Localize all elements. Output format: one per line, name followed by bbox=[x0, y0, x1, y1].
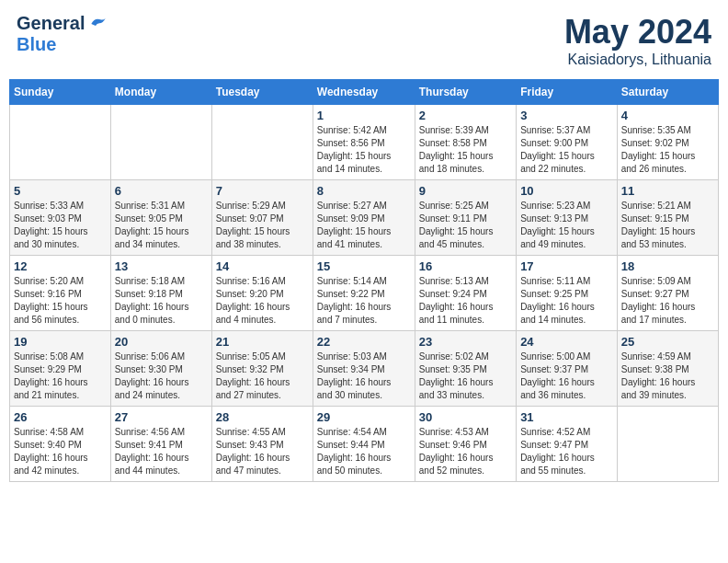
day-number: 16 bbox=[419, 259, 512, 273]
calendar-header-row: SundayMondayTuesdayWednesdayThursdayFrid… bbox=[10, 80, 719, 105]
day-info: Sunrise: 5:14 AM Sunset: 9:22 PM Dayligh… bbox=[317, 275, 411, 327]
calendar-cell bbox=[10, 105, 111, 180]
day-number: 11 bbox=[621, 184, 714, 198]
calendar-cell: 5Sunrise: 5:33 AM Sunset: 9:03 PM Daylig… bbox=[10, 180, 111, 256]
calendar-cell: 18Sunrise: 5:09 AM Sunset: 9:27 PM Dayli… bbox=[617, 256, 718, 331]
day-number: 2 bbox=[419, 109, 512, 122]
calendar-cell: 31Sunrise: 4:52 AM Sunset: 9:47 PM Dayli… bbox=[517, 407, 618, 482]
calendar-cell: 14Sunrise: 5:16 AM Sunset: 9:20 PM Dayli… bbox=[211, 256, 313, 331]
calendar-cell: 23Sunrise: 5:02 AM Sunset: 9:35 PM Dayli… bbox=[415, 331, 516, 407]
day-number: 14 bbox=[216, 259, 309, 273]
calendar-week-row: 19Sunrise: 5:08 AM Sunset: 9:29 PM Dayli… bbox=[10, 331, 719, 407]
day-info: Sunrise: 5:21 AM Sunset: 9:15 PM Dayligh… bbox=[621, 200, 714, 251]
day-number: 25 bbox=[621, 335, 714, 349]
logo-general: General bbox=[17, 13, 85, 34]
day-number: 21 bbox=[216, 335, 309, 349]
calendar-cell: 26Sunrise: 4:58 AM Sunset: 9:40 PM Dayli… bbox=[10, 407, 111, 482]
day-number: 17 bbox=[520, 259, 613, 273]
day-number: 4 bbox=[621, 109, 714, 122]
calendar-cell: 3Sunrise: 5:37 AM Sunset: 9:00 PM Daylig… bbox=[517, 105, 618, 180]
day-info: Sunrise: 5:25 AM Sunset: 9:11 PM Dayligh… bbox=[419, 200, 512, 251]
day-header-thursday: Thursday bbox=[415, 80, 516, 105]
day-number: 6 bbox=[115, 184, 208, 198]
day-number: 1 bbox=[317, 109, 411, 122]
calendar-cell: 10Sunrise: 5:23 AM Sunset: 9:13 PM Dayli… bbox=[517, 180, 618, 256]
calendar-cell: 13Sunrise: 5:18 AM Sunset: 9:18 PM Dayli… bbox=[110, 256, 211, 331]
calendar-cell: 22Sunrise: 5:03 AM Sunset: 9:34 PM Dayli… bbox=[313, 331, 415, 407]
day-info: Sunrise: 5:18 AM Sunset: 9:18 PM Dayligh… bbox=[115, 275, 208, 327]
calendar-cell: 12Sunrise: 5:20 AM Sunset: 9:16 PM Dayli… bbox=[10, 256, 111, 331]
calendar-cell: 29Sunrise: 4:54 AM Sunset: 9:44 PM Dayli… bbox=[313, 407, 415, 482]
day-number: 20 bbox=[115, 335, 208, 349]
day-info: Sunrise: 4:53 AM Sunset: 9:46 PM Dayligh… bbox=[419, 426, 512, 477]
day-number: 31 bbox=[520, 410, 613, 424]
calendar-cell: 1Sunrise: 5:42 AM Sunset: 8:56 PM Daylig… bbox=[313, 105, 415, 180]
calendar-cell: 7Sunrise: 5:29 AM Sunset: 9:07 PM Daylig… bbox=[211, 180, 313, 256]
day-info: Sunrise: 4:56 AM Sunset: 9:41 PM Dayligh… bbox=[115, 426, 208, 477]
logo-bird-icon bbox=[88, 15, 107, 33]
calendar-week-row: 26Sunrise: 4:58 AM Sunset: 9:40 PM Dayli… bbox=[10, 407, 719, 482]
day-info: Sunrise: 5:11 AM Sunset: 9:25 PM Dayligh… bbox=[520, 275, 613, 327]
day-info: Sunrise: 5:13 AM Sunset: 9:24 PM Dayligh… bbox=[419, 275, 512, 327]
day-info: Sunrise: 5:20 AM Sunset: 9:16 PM Dayligh… bbox=[14, 275, 107, 327]
day-header-monday: Monday bbox=[110, 80, 211, 105]
day-number: 23 bbox=[419, 335, 512, 349]
day-info: Sunrise: 5:42 AM Sunset: 8:56 PM Dayligh… bbox=[317, 124, 411, 176]
day-number: 13 bbox=[115, 259, 208, 273]
day-info: Sunrise: 5:39 AM Sunset: 8:58 PM Dayligh… bbox=[419, 124, 512, 176]
calendar-cell: 9Sunrise: 5:25 AM Sunset: 9:11 PM Daylig… bbox=[415, 180, 516, 256]
day-number: 24 bbox=[520, 335, 613, 349]
calendar-cell: 2Sunrise: 5:39 AM Sunset: 8:58 PM Daylig… bbox=[415, 105, 516, 180]
calendar-cell: 21Sunrise: 5:05 AM Sunset: 9:32 PM Dayli… bbox=[211, 331, 313, 407]
day-number: 22 bbox=[317, 335, 411, 349]
day-info: Sunrise: 5:08 AM Sunset: 9:29 PM Dayligh… bbox=[14, 350, 107, 402]
day-number: 5 bbox=[14, 184, 107, 198]
calendar-cell bbox=[211, 105, 313, 180]
calendar-cell bbox=[110, 105, 211, 180]
day-header-saturday: Saturday bbox=[617, 80, 718, 105]
day-header-tuesday: Tuesday bbox=[211, 80, 313, 105]
calendar-cell: 20Sunrise: 5:06 AM Sunset: 9:30 PM Dayli… bbox=[110, 331, 211, 407]
day-info: Sunrise: 5:35 AM Sunset: 9:02 PM Dayligh… bbox=[621, 124, 714, 176]
location-title: Kaisiadorys, Lithuania bbox=[564, 52, 711, 68]
day-info: Sunrise: 5:06 AM Sunset: 9:30 PM Dayligh… bbox=[115, 350, 208, 402]
day-info: Sunrise: 5:16 AM Sunset: 9:20 PM Dayligh… bbox=[216, 275, 309, 327]
day-header-wednesday: Wednesday bbox=[313, 80, 415, 105]
day-number: 19 bbox=[14, 335, 107, 349]
day-info: Sunrise: 5:03 AM Sunset: 9:34 PM Dayligh… bbox=[317, 350, 411, 402]
day-info: Sunrise: 4:55 AM Sunset: 9:43 PM Dayligh… bbox=[216, 426, 309, 477]
calendar-cell: 19Sunrise: 5:08 AM Sunset: 9:29 PM Dayli… bbox=[10, 331, 111, 407]
calendar-cell: 11Sunrise: 5:21 AM Sunset: 9:15 PM Dayli… bbox=[617, 180, 718, 256]
day-info: Sunrise: 4:52 AM Sunset: 9:47 PM Dayligh… bbox=[520, 426, 613, 477]
title-block: May 2024 Kaisiadorys, Lithuania bbox=[564, 13, 711, 68]
day-number: 3 bbox=[520, 109, 613, 122]
day-info: Sunrise: 5:00 AM Sunset: 9:37 PM Dayligh… bbox=[520, 350, 613, 402]
day-header-sunday: Sunday bbox=[10, 80, 111, 105]
calendar-cell: 15Sunrise: 5:14 AM Sunset: 9:22 PM Dayli… bbox=[313, 256, 415, 331]
day-info: Sunrise: 5:23 AM Sunset: 9:13 PM Dayligh… bbox=[520, 200, 613, 251]
day-number: 28 bbox=[216, 410, 309, 424]
day-number: 7 bbox=[216, 184, 309, 198]
calendar-cell: 8Sunrise: 5:27 AM Sunset: 9:09 PM Daylig… bbox=[313, 180, 415, 256]
calendar-week-row: 12Sunrise: 5:20 AM Sunset: 9:16 PM Dayli… bbox=[10, 256, 719, 331]
calendar-cell: 6Sunrise: 5:31 AM Sunset: 9:05 PM Daylig… bbox=[110, 180, 211, 256]
day-number: 18 bbox=[621, 259, 714, 273]
day-number: 9 bbox=[419, 184, 512, 198]
calendar-cell: 24Sunrise: 5:00 AM Sunset: 9:37 PM Dayli… bbox=[517, 331, 618, 407]
calendar-cell bbox=[617, 407, 718, 482]
day-info: Sunrise: 5:31 AM Sunset: 9:05 PM Dayligh… bbox=[115, 200, 208, 251]
day-info: Sunrise: 4:59 AM Sunset: 9:38 PM Dayligh… bbox=[621, 350, 714, 402]
calendar-cell: 16Sunrise: 5:13 AM Sunset: 9:24 PM Dayli… bbox=[415, 256, 516, 331]
logo-blue: Blue bbox=[17, 34, 56, 55]
day-number: 12 bbox=[14, 259, 107, 273]
calendar-cell: 28Sunrise: 4:55 AM Sunset: 9:43 PM Dayli… bbox=[211, 407, 313, 482]
day-info: Sunrise: 5:09 AM Sunset: 9:27 PM Dayligh… bbox=[621, 275, 714, 327]
day-info: Sunrise: 5:05 AM Sunset: 9:32 PM Dayligh… bbox=[216, 350, 309, 402]
day-info: Sunrise: 4:58 AM Sunset: 9:40 PM Dayligh… bbox=[14, 426, 107, 477]
day-header-friday: Friday bbox=[517, 80, 618, 105]
day-number: 30 bbox=[419, 410, 512, 424]
day-info: Sunrise: 5:27 AM Sunset: 9:09 PM Dayligh… bbox=[317, 200, 411, 251]
calendar-cell: 30Sunrise: 4:53 AM Sunset: 9:46 PM Dayli… bbox=[415, 407, 516, 482]
day-number: 27 bbox=[115, 410, 208, 424]
day-info: Sunrise: 5:02 AM Sunset: 9:35 PM Dayligh… bbox=[419, 350, 512, 402]
